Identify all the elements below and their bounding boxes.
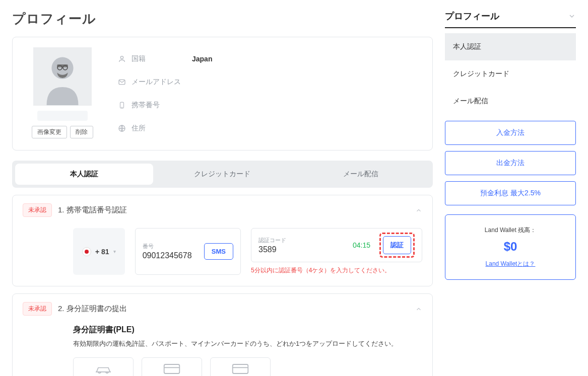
code-field-label: 認証コード (258, 237, 347, 244)
code-field-value[interactable]: 3589 (258, 245, 347, 254)
address-label: 住所 (132, 124, 187, 133)
wallet-balance-label: Land Wallet 残高： (451, 226, 569, 235)
id-doc-description: 有効期限内の運転免許証、パスポート、マイナンバーカードのうち、どれか1つをアップ… (73, 338, 422, 349)
name-placeholder (37, 111, 88, 121)
wallet-balance-amount: $0 (451, 240, 569, 254)
tab-verify[interactable]: 本人認証 (15, 164, 153, 185)
page-title: プロフィール (12, 10, 433, 28)
verify-button[interactable]: 認証 (383, 236, 411, 254)
country-code-select[interactable]: + 81 ▾ (73, 228, 125, 275)
verify-helper-text: 5分以内に認証番号（4ケタ）を入力してください。 (251, 266, 422, 275)
avatar-image (33, 47, 92, 106)
card-icon (163, 362, 181, 375)
person-icon (40, 50, 85, 106)
panel-id-upload: 未承認 2. 身分証明書の提出 身分証明書(PLE) 有効期限内の運転免許証、パ… (12, 293, 433, 376)
wallet-info-link[interactable]: Land Walletとは？ (486, 260, 536, 268)
verify-button-highlight: 認証 (379, 233, 415, 258)
upload-option-license[interactable] (73, 357, 134, 376)
avatar-delete-button[interactable]: 削除 (70, 126, 93, 138)
svg-rect-9 (164, 364, 180, 373)
nationality-value: Japan (192, 55, 212, 63)
phone-label: 携帯番号 (132, 101, 187, 110)
country-code-value: + 81 (95, 248, 109, 256)
countdown-timer: 04:15 (353, 241, 370, 249)
panel-title-id: 2. 身分証明書の提出 (58, 304, 127, 314)
deposit-button[interactable]: 入金方法 (445, 121, 576, 145)
status-badge-unapproved: 未承認 (23, 302, 52, 316)
jp-flag-icon (82, 247, 91, 256)
panel-phone-verify: 未承認 1. 携帯電話番号認証 + 81 ▾ 番号 09012345678 (12, 195, 433, 286)
sidebar-item-credit[interactable]: クレジットカード (445, 60, 576, 88)
globe-icon (117, 124, 126, 133)
profile-info: 国籍 Japan メールアドレス 携帯番号 (117, 47, 420, 140)
phone-field-label: 番号 (143, 243, 198, 250)
sidebar-title: プロフィール (445, 10, 499, 22)
sidebar-heading[interactable]: プロフィール (445, 10, 576, 28)
verify-code-field-group: 認証コード 3589 04:15 認証 (251, 228, 422, 262)
svg-rect-11 (233, 364, 248, 373)
row-address: 住所 (117, 117, 420, 140)
chevron-up-icon[interactable] (415, 207, 422, 214)
chevron-down-icon (568, 12, 576, 20)
upload-option-mynumber[interactable] (210, 357, 271, 376)
car-icon (93, 362, 113, 375)
upload-option-passport[interactable] (142, 357, 202, 376)
email-label: メールアドレス (132, 78, 187, 87)
profile-card: 画像変更 削除 国籍 Japan メールアドレス (12, 37, 433, 151)
user-icon (117, 54, 126, 63)
envelope-icon (117, 78, 126, 87)
id-doc-title: 身分証明書(PLE) (73, 325, 422, 335)
nationality-label: 国籍 (132, 54, 187, 63)
panel-title-phone: 1. 携帯電話番号認証 (58, 205, 127, 215)
row-email: メールアドレス (117, 70, 420, 94)
phone-field-value[interactable]: 09012345678 (143, 251, 198, 260)
chevron-down-icon: ▾ (113, 249, 116, 254)
row-nationality: 国籍 Japan (117, 47, 420, 70)
tabs-bar: 本人認証 クレジットカード メール配信 (12, 161, 433, 188)
avatar-column: 画像変更 削除 (25, 47, 100, 140)
avatar-change-button[interactable]: 画像変更 (32, 126, 67, 138)
phone-icon (117, 101, 126, 110)
svg-point-4 (120, 56, 123, 59)
phone-number-field-group: 番号 09012345678 SMS (135, 228, 241, 275)
tab-credit[interactable]: クレジットカード (153, 164, 291, 185)
status-badge-unapproved: 未承認 (23, 203, 52, 217)
sidebar: プロフィール 本人認証 クレジットカード メール配信 入金方法 出金方法 預金利… (445, 10, 576, 376)
sidebar-item-verify[interactable]: 本人認証 (445, 33, 576, 60)
wallet-balance-box: Land Wallet 残高： $0 Land Walletとは？ (445, 214, 576, 280)
withdraw-button[interactable]: 出金方法 (445, 151, 576, 175)
interest-button[interactable]: 預金利息 最大2.5% (445, 181, 576, 205)
sidebar-item-mail[interactable]: メール配信 (445, 88, 576, 115)
sms-button[interactable]: SMS (204, 243, 233, 260)
chevron-up-icon[interactable] (415, 306, 422, 313)
row-phone: 携帯番号 (117, 94, 420, 117)
tab-mail[interactable]: メール配信 (292, 164, 430, 185)
card-icon (231, 362, 249, 375)
